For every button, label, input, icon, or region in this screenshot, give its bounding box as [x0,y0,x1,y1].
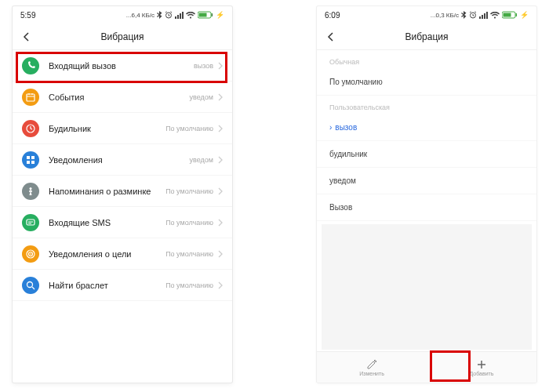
settings-list: Входящий вызоввызовСобытияуведомБудильни… [13,50,232,301]
phone-left: 5:59 ...6,4 КБ/с ⚡ Вибрация Входящий выз… [13,6,232,383]
option-label: Вызов [329,203,352,212]
alarm-icon [469,11,477,19]
battery-icon [502,11,518,19]
bluetooth-icon [461,11,467,19]
row-label: Будильник [49,124,165,133]
row-value: уведом [190,156,213,164]
header: Вибрация [317,24,536,50]
row-find-band[interactable]: Найти браслетПо умолчанию [13,270,232,301]
add-button[interactable]: Добавить [427,352,536,383]
selected-caret-icon: › [329,123,332,132]
row-value: По умолчанию [165,187,213,195]
back-button[interactable] [13,32,39,42]
chevron-right-icon [218,125,223,132]
statusbar: 6:09 ...0,3 КБ/с ⚡ [317,6,536,24]
chevron-right-icon [218,250,223,258]
chevron-right-icon [218,281,223,289]
edit-label: Изменить [359,371,384,376]
svg-rect-6 [199,13,207,17]
option-label: будильник [329,150,367,158]
row-goal[interactable]: Уведомления о целиПо умолчанию [13,238,232,270]
row-incoming-call[interactable]: Входящий вызоввызов [13,50,232,82]
option-label: вызов [335,123,357,132]
option-default[interactable]: По умолчанию [317,69,536,96]
svg-rect-27 [516,13,518,16]
row-label: Уведомления о цели [49,249,165,259]
row-alarm[interactable]: БудильникПо умолчанию [13,113,232,144]
bottom-bar: Изменить Добавить [317,351,536,383]
row-stretch-reminder[interactable]: Напоминания о разминкеПо умолчанию [13,176,232,207]
svg-rect-8 [27,94,35,101]
row-value: По умолчанию [165,281,213,289]
option-вызов[interactable]: ›вызов [317,114,536,141]
svg-point-14 [30,187,32,190]
row-events[interactable]: Событияуведом [13,82,232,113]
signal-icon [175,12,184,19]
svg-rect-26 [504,13,511,17]
option-уведом[interactable]: уведом [317,168,536,194]
phone-icon [22,57,39,74]
search-icon [22,277,39,294]
section-default: Обычная [317,50,536,69]
svg-rect-13 [31,161,35,164]
svg-rect-21 [479,16,481,19]
battery-icon [198,11,213,19]
phone-right: 6:09 ...0,3 КБ/с ⚡ Вибрация Обычная По у… [317,6,536,383]
signal-icon [479,12,488,19]
row-label: Напоминания о разминке [49,187,165,196]
row-label: События [49,93,190,102]
statusbar: 5:59 ...6,4 КБ/с ⚡ [13,6,232,24]
page-title: Вибрация [317,31,536,42]
chevron-left-icon [327,32,333,42]
svg-rect-24 [486,12,488,19]
chevron-right-icon [218,187,223,195]
row-notifications[interactable]: Уведомленияуведом [13,144,232,176]
option-label: уведом [329,176,356,185]
empty-area [322,224,532,350]
add-label: Добавить [470,371,494,376]
svg-rect-3 [180,13,181,19]
edit-button[interactable]: Изменить [317,352,427,383]
svg-rect-11 [31,156,35,159]
row-label: Входящие SMS [49,218,165,227]
status-kbps: ...6,4 КБ/с [126,12,155,19]
svg-point-18 [30,253,31,255]
svg-rect-23 [484,13,485,19]
svg-rect-1 [175,16,176,19]
svg-rect-10 [27,156,30,159]
calendar-icon [22,89,39,106]
goal-icon [22,245,39,263]
status-kbps: ...0,3 КБ/с [431,12,459,19]
bluetooth-icon [157,11,162,19]
row-value: По умолчанию [165,250,213,258]
header: Вибрация [13,24,232,50]
row-label: Найти браслет [49,281,165,290]
option-Вызов[interactable]: Вызов [317,194,536,221]
clock-icon [22,120,39,137]
plus-icon [476,359,487,370]
row-value: По умолчанию [165,125,213,132]
back-button[interactable] [317,32,344,42]
sms-icon [22,214,39,231]
charging-icon: ⚡ [520,11,529,19]
wifi-icon [490,12,500,19]
stand-icon [22,183,39,200]
option-будильник[interactable]: будильник [317,141,536,168]
chevron-right-icon [218,156,223,164]
page-title: Вибрация [13,31,232,42]
wifi-icon [186,12,195,19]
chevron-right-icon [218,93,223,101]
section-custom: Пользовательская [317,96,536,114]
svg-rect-12 [27,161,30,164]
row-sms[interactable]: Входящие SMSПо умолчанию [13,207,232,238]
svg-rect-22 [482,15,483,19]
row-value: По умолчанию [165,219,213,227]
status-time: 6:09 [325,11,340,20]
svg-rect-4 [182,12,184,19]
row-value: вызов [194,62,213,70]
row-value: уведом [190,93,213,101]
chevron-right-icon [218,219,223,227]
row-label: Входящий вызов [49,61,194,71]
charging-icon: ⚡ [216,11,224,19]
app-icon [22,151,39,169]
